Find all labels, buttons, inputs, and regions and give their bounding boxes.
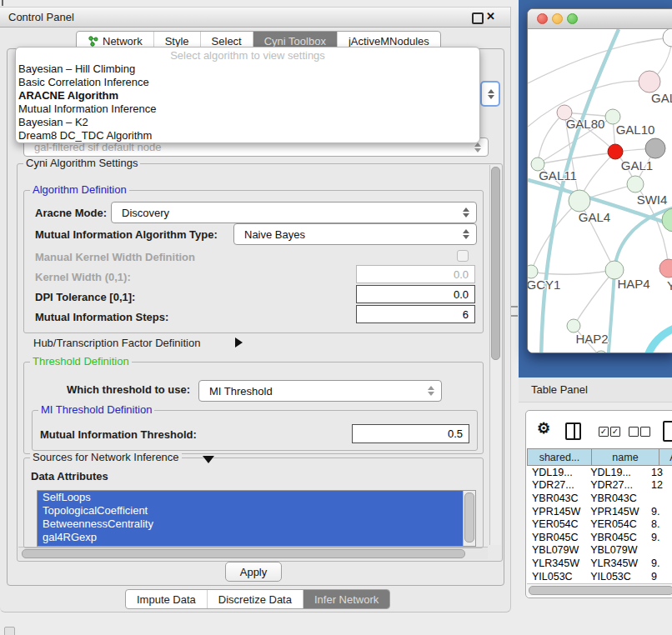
network-icon (88, 35, 98, 47)
mi-steps-label: Mutual Information Steps: (35, 311, 168, 323)
inference-algorithm-combo-fragment[interactable] (480, 81, 500, 107)
float-icon[interactable] (472, 12, 484, 24)
top-left-artifact (2, 0, 3, 6)
network-edge[interactable] (531, 270, 614, 274)
network-canvas[interactable]: GALGAL80GAL10GAL1GAL11GAL4SWI4GCY1HAP4YH… (528, 29, 672, 353)
table-cell: 13 (646, 467, 672, 478)
kernel-width-field[interactable]: 0.0 (356, 265, 475, 283)
table-column-header[interactable]: shared... (527, 448, 592, 466)
attributes-list-scrollbar[interactable] (463, 491, 475, 546)
mi-steps-field[interactable]: 6 (356, 305, 475, 323)
settings-horizontal-scrollbar[interactable] (18, 547, 488, 559)
table-cell: 9 (646, 571, 672, 582)
table-row[interactable]: YBR043CYBR043C (527, 492, 672, 505)
network-node-hap2[interactable] (567, 319, 580, 332)
network-graph[interactable]: GALGAL80GAL10GAL1GAL11GAL4SWI4GCY1HAP4YH… (528, 29, 672, 353)
check-glyph: ✓ (612, 427, 619, 436)
settings-hscrollbar-thumb[interactable] (22, 549, 465, 558)
document-icon[interactable] (663, 421, 672, 442)
checkbox-checked-icon[interactable]: ✓ (610, 427, 620, 437)
sources-group-title[interactable]: Sources for Network Inference (30, 452, 182, 463)
mi-threshold-label: Mutual Information Threshold: (40, 428, 197, 441)
checkbox-checked-icon[interactable]: ✓ (599, 427, 609, 437)
traffic-light-close[interactable] (537, 13, 548, 24)
checkbox-unchecked-icon[interactable] (640, 427, 650, 437)
algorithm-popup-item[interactable]: Dream8 DC_TDC Algorithm (16, 129, 479, 142)
table-row[interactable]: YBR045CYBR045C9. (527, 531, 672, 544)
aracne-mode-combo[interactable]: Discovery (111, 202, 477, 223)
network-edge[interactable] (646, 327, 672, 353)
gear-icon[interactable]: ⚙ (537, 419, 550, 438)
aracne-mode-label: Aracne Mode: (35, 207, 107, 219)
settings-vertical-scrollbar[interactable] (489, 165, 501, 545)
algorithm-definition-title: Algorithm Definition (30, 184, 129, 196)
which-threshold-combo[interactable]: MI Threshold (198, 380, 442, 402)
bottom-tab-discretize-data[interactable]: Discretize Data (207, 590, 303, 608)
algorithm-popup-item[interactable]: ARACNE Algorithm (16, 89, 479, 102)
data-attribute-item[interactable]: TopologicalCoefficient (38, 504, 464, 518)
algorithm-popup-item[interactable]: Basic Correlation Inference (16, 76, 479, 89)
tab-label: Network (103, 35, 143, 48)
network-node-label: GAL4 (579, 210, 610, 224)
algorithm-popup-item[interactable]: Mutual Information Inference (16, 102, 479, 116)
cyni-settings-group-title: Cyni Algorithm Settings (23, 158, 140, 169)
data-attribute-item[interactable]: gal4RGexp (38, 531, 464, 544)
table-column-header[interactable]: A (659, 448, 672, 466)
table-cell: YBR045C (585, 532, 646, 543)
split-pane-icon[interactable] (565, 422, 581, 440)
table-cell: 9. (646, 558, 672, 569)
network-node[interactable] (608, 144, 623, 159)
data-attributes-list[interactable]: SelfLoopsTopologicalCoefficientBetweenne… (37, 490, 476, 547)
bottom-tab-impute-data[interactable]: Impute Data (126, 590, 207, 608)
close-icon[interactable]: ✕ (486, 10, 495, 22)
network-node-gal1[interactable] (627, 176, 644, 192)
settings-vscrollbar-thumb[interactable] (491, 167, 500, 360)
mi-type-combo[interactable]: Naive Bayes (233, 223, 477, 245)
attributes-scrollbar-thumb[interactable] (464, 492, 474, 542)
network-node[interactable] (663, 29, 672, 47)
network-node-gal4[interactable] (569, 190, 590, 212)
algorithm-popup-item[interactable]: Bayesian – Hill Climbing (16, 62, 479, 76)
bottom-tab-infer-network[interactable]: Infer Network (303, 590, 389, 608)
checkbox-unchecked-icon[interactable] (629, 427, 639, 437)
hub-section-label[interactable]: Hub/Transcription Factor Definition (33, 337, 200, 349)
table-horizontal-scrollbar[interactable] (527, 583, 672, 596)
table-panel-title: Table Panel (531, 383, 588, 396)
table-row[interactable]: YDL19...YDL19...13 (527, 466, 672, 479)
manual-kernel-checkbox[interactable] (457, 250, 469, 262)
network-node-label: GAL1 (621, 158, 653, 172)
network-node[interactable] (645, 138, 665, 158)
table-hscrollbar-thumb[interactable] (529, 586, 672, 595)
table-row[interactable]: YDR27...YDR27...12 (527, 479, 672, 492)
algorithm-popup-item[interactable]: Bayesian – K2 (16, 116, 479, 129)
tab-label: jActiveMNodules (349, 35, 429, 48)
table-row[interactable]: YIL053CYIL053C9 (527, 570, 672, 583)
table-column-header[interactable]: name (592, 448, 659, 466)
data-attribute-item[interactable]: BetweennessCentrality (38, 518, 464, 531)
network-node-label: SWI4 (637, 192, 668, 207)
network-node-gal[interactable] (639, 71, 660, 92)
screenshot-root: Control Panel ✕ NetworkStyleSelectCyni T… (0, 0, 672, 635)
mi-type-label: Mutual Information Algorithm Type: (35, 228, 218, 241)
dpi-tolerance-field[interactable]: 0.0 (356, 285, 475, 303)
expand-arrow-icon[interactable] (203, 456, 214, 463)
mi-threshold-field[interactable]: 0.5 (352, 424, 469, 443)
traffic-light-zoom[interactable] (567, 13, 578, 24)
network-edge[interactable] (538, 152, 615, 164)
table-row[interactable]: YLR345WYLR345W9. (527, 557, 672, 570)
apply-button[interactable]: Apply (225, 562, 282, 582)
minimized-panel-button[interactable] (4, 627, 15, 635)
table-row[interactable]: YBL079WYBL079W (527, 544, 672, 558)
collapse-arrow-icon[interactable] (235, 338, 243, 348)
table-panel-titlebar: Table Panel (519, 378, 672, 402)
which-threshold-value: MI Threshold (209, 381, 273, 401)
network-node-y[interactable] (659, 259, 672, 278)
network-node-gcy1[interactable] (528, 265, 538, 278)
table-row[interactable]: YER054CYER054C8. (527, 518, 672, 531)
network-window-titlebar[interactable] (528, 9, 672, 29)
traffic-light-minimize[interactable] (552, 13, 563, 24)
table-row[interactable]: YPR145WYPR145W9. (527, 505, 672, 518)
panel-divider-grip[interactable] (511, 306, 518, 317)
data-attribute-item[interactable]: SelfLoops (38, 491, 464, 504)
network-edge[interactable] (574, 270, 614, 326)
